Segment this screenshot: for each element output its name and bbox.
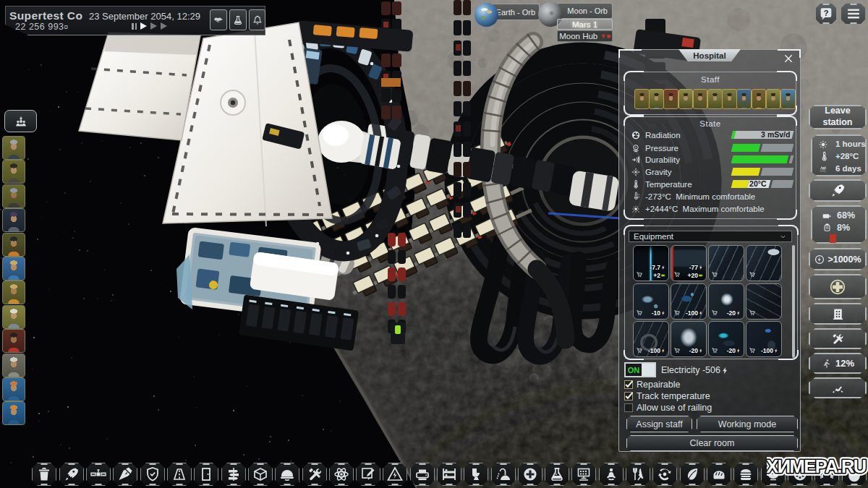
svg-text:XИMEPA.RU: XИMEPA.RU [767,456,866,476]
svg-text:?: ? [824,9,829,17]
